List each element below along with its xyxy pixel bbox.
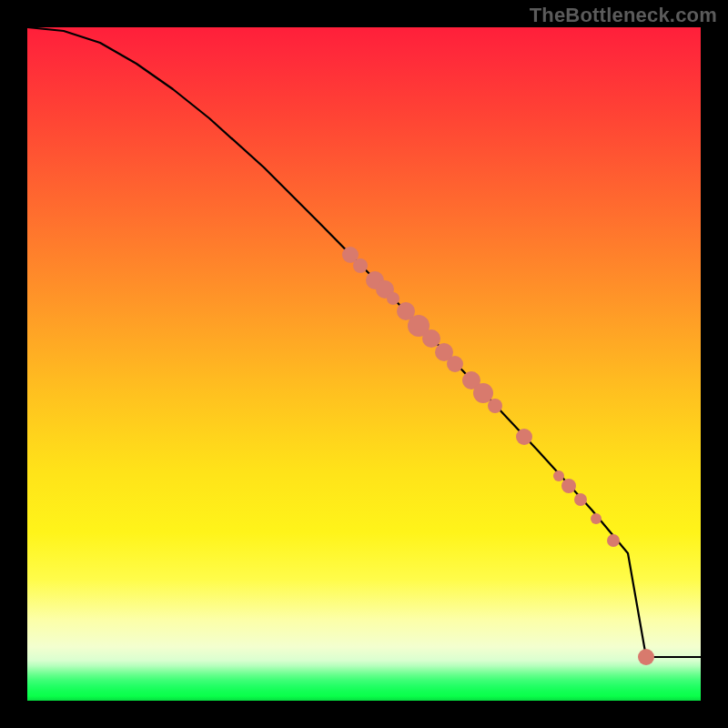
data-point	[488, 399, 502, 413]
watermark-text: TheBottleneck.com	[530, 4, 717, 27]
data-point	[435, 343, 453, 361]
data-point	[342, 247, 359, 263]
curve-path	[27, 27, 701, 657]
data-point	[366, 271, 384, 289]
data-point	[462, 371, 480, 389]
data-point	[422, 329, 440, 348]
data-point	[574, 493, 587, 506]
data-point	[591, 513, 602, 524]
data-point	[638, 649, 654, 665]
data-point	[408, 315, 430, 337]
chart-stage: TheBottleneck.com	[0, 0, 728, 728]
data-point	[561, 479, 576, 493]
data-point	[376, 280, 394, 298]
data-point	[516, 429, 532, 445]
data-point	[387, 292, 399, 305]
data-point	[353, 258, 368, 273]
data-point	[397, 302, 415, 320]
plot-area	[27, 27, 701, 701]
data-point	[473, 383, 493, 403]
data-point	[553, 470, 564, 481]
data-point	[447, 356, 463, 372]
data-point	[607, 534, 620, 547]
curve-line-svg	[27, 27, 701, 701]
